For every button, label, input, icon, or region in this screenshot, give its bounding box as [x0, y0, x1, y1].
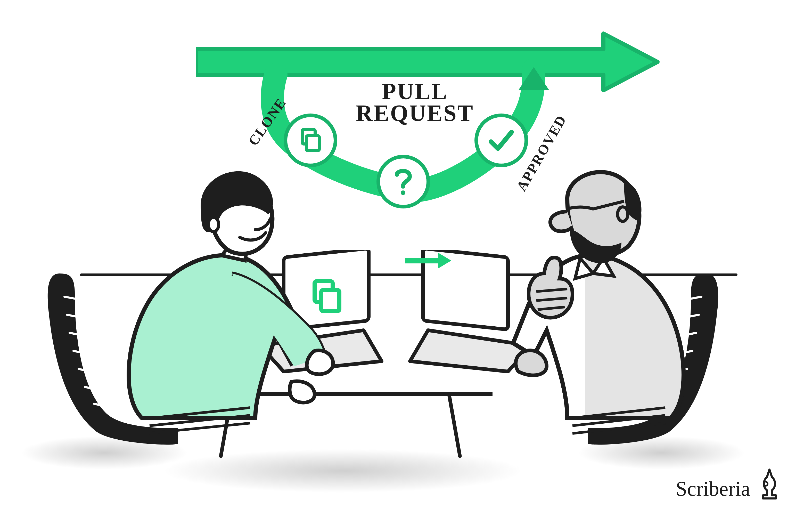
microscope-icon	[758, 467, 781, 500]
svg-point-5	[401, 190, 405, 195]
illustration-stage: PULL REQUEST CLONE APPROVED	[0, 0, 812, 516]
step-node-clone	[284, 113, 337, 167]
person-reviewer	[490, 160, 701, 449]
svg-point-26	[208, 217, 219, 232]
copy-icon	[297, 128, 323, 153]
step-node-approved	[474, 113, 528, 167]
check-icon	[487, 128, 516, 153]
step-node-review	[376, 155, 430, 209]
attribution-text: Scriberia	[675, 477, 750, 500]
svg-point-34	[617, 207, 628, 221]
svg-point-38	[763, 482, 767, 486]
diagram-title: PULL REQUEST	[356, 80, 474, 125]
title-line-1: PULL	[356, 80, 474, 103]
svg-rect-4	[306, 136, 319, 151]
title-line-2: REQUEST	[356, 102, 474, 125]
person-contributor	[111, 165, 343, 449]
question-icon	[392, 167, 415, 196]
attribution: Scriberia	[675, 467, 781, 500]
